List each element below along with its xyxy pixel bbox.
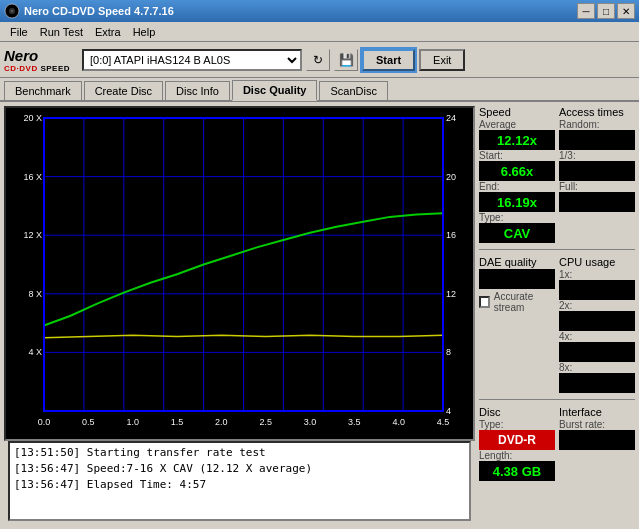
menu-extra[interactable]: Extra xyxy=(89,24,127,40)
type-value: CAV xyxy=(479,223,555,243)
exit-button[interactable]: Exit xyxy=(419,49,465,71)
accurate-stream-row: Accurate stream xyxy=(479,291,555,313)
save-button[interactable]: 💾 xyxy=(334,49,358,71)
dae-value xyxy=(479,269,555,289)
maximize-button[interactable]: □ xyxy=(597,3,615,19)
tab-benchmark[interactable]: Benchmark xyxy=(4,81,82,100)
close-button[interactable]: ✕ xyxy=(617,3,635,19)
log-entry-1: [13:51:50] Starting transfer rate test xyxy=(14,445,465,461)
random-value xyxy=(559,130,635,150)
toolbar: Nero CD·DVD SPEED [0:0] ATAPI iHAS124 B … xyxy=(0,42,639,78)
divider-2 xyxy=(479,399,635,400)
drive-select[interactable]: [0:0] ATAPI iHAS124 B AL0S xyxy=(82,49,302,71)
nero-logo: Nero xyxy=(4,47,38,64)
type-label: Type: xyxy=(479,212,555,223)
tab-disc-info[interactable]: Disc Info xyxy=(165,81,230,100)
speed-section: Speed Average 12.12x Start: 6.66x End: 1… xyxy=(479,106,555,243)
start-label: Start: xyxy=(479,150,555,161)
titlebar: Nero CD-DVD Speed 4.7.7.16 ─ □ ✕ xyxy=(0,0,639,22)
disc-length-value: 4.38 GB xyxy=(479,461,555,481)
cpu-4x-label: 4x: xyxy=(559,331,635,342)
start-value: 6.66x xyxy=(479,161,555,181)
tab-scan-disc[interactable]: ScanDisc xyxy=(319,81,387,100)
accurate-stream-label: Accurate stream xyxy=(494,291,555,313)
cpu-8x-value xyxy=(559,373,635,393)
tab-bar: Benchmark Create Disc Disc Info Disc Qua… xyxy=(0,78,639,102)
svg-point-2 xyxy=(11,10,13,12)
speed-chart xyxy=(6,108,473,439)
interface-label: Interface xyxy=(559,406,635,418)
menu-file[interactable]: File xyxy=(4,24,34,40)
chart-wrapper: [13:51:50] Starting transfer rate test [… xyxy=(0,102,479,529)
minimize-button[interactable]: ─ xyxy=(577,3,595,19)
end-value: 16.19x xyxy=(479,192,555,212)
average-label: Average xyxy=(479,119,555,130)
log-entry-2: [13:56:47] Speed:7-16 X CAV (12.12 X ave… xyxy=(14,461,465,477)
interface-section: Interface Burst rate: xyxy=(559,406,635,481)
speed-access-row: Speed Average 12.12x Start: 6.66x End: 1… xyxy=(479,106,635,243)
window-controls: ─ □ ✕ xyxy=(577,3,635,19)
cpu-2x-value xyxy=(559,311,635,331)
main-content: [13:51:50] Starting transfer rate test [… xyxy=(0,102,639,529)
window-title: Nero CD-DVD Speed 4.7.7.16 xyxy=(24,5,577,17)
disc-interface-row: Disc Type: DVD-R Length: 4.38 GB Interfa… xyxy=(479,406,635,481)
onethird-value xyxy=(559,161,635,181)
access-section: Access times Random: 1/3: Full: xyxy=(559,106,635,243)
cpu-2x-label: 2x: xyxy=(559,300,635,311)
end-label: End: xyxy=(479,181,555,192)
disc-length-label: Length: xyxy=(479,450,555,461)
divider-1 xyxy=(479,249,635,250)
dae-label: DAE quality xyxy=(479,256,555,268)
cpu-label: CPU usage xyxy=(559,256,635,268)
speed-label: Speed xyxy=(479,106,555,118)
log-entry-3: [13:56:47] Elapsed Time: 4:57 xyxy=(14,477,465,493)
tab-create-disc[interactable]: Create Disc xyxy=(84,81,163,100)
dae-cpu-row: DAE quality Accurate stream CPU usage 1x… xyxy=(479,256,635,393)
start-button[interactable]: Start xyxy=(362,49,415,71)
disc-section: Disc Type: DVD-R Length: 4.38 GB xyxy=(479,406,555,481)
tab-disc-quality[interactable]: Disc Quality xyxy=(232,80,318,101)
menubar: File Run Test Extra Help xyxy=(0,22,639,42)
logo: Nero CD·DVD SPEED xyxy=(4,47,70,73)
burst-label: Burst rate: xyxy=(559,419,635,430)
random-label: Random: xyxy=(559,119,635,130)
refresh-button[interactable]: ↻ xyxy=(306,49,330,71)
menu-help[interactable]: Help xyxy=(127,24,162,40)
cpu-1x-value xyxy=(559,280,635,300)
cpu-8x-label: 8x: xyxy=(559,362,635,373)
disc-label: Disc xyxy=(479,406,555,418)
cpu-section: CPU usage 1x: 2x: 4x: 8x: xyxy=(559,256,635,393)
disc-type-value: DVD-R xyxy=(479,430,555,450)
full-label: Full: xyxy=(559,181,635,192)
chart-container xyxy=(4,106,475,441)
dae-section: DAE quality Accurate stream xyxy=(479,256,555,393)
app-icon xyxy=(4,3,20,19)
menu-runtest[interactable]: Run Test xyxy=(34,24,89,40)
burst-value xyxy=(559,430,635,450)
cpu-1x-label: 1x: xyxy=(559,269,635,280)
accurate-stream-checkbox[interactable] xyxy=(479,296,490,308)
full-value xyxy=(559,192,635,212)
access-label: Access times xyxy=(559,106,635,118)
log-area[interactable]: [13:51:50] Starting transfer rate test [… xyxy=(8,441,471,521)
right-panel: Speed Average 12.12x Start: 6.66x End: 1… xyxy=(479,102,639,529)
onethird-label: 1/3: xyxy=(559,150,635,161)
cdspeed-logo: CD·DVD SPEED xyxy=(4,64,70,73)
disc-type-label: Type: xyxy=(479,419,555,430)
average-value: 12.12x xyxy=(479,130,555,150)
cpu-4x-value xyxy=(559,342,635,362)
